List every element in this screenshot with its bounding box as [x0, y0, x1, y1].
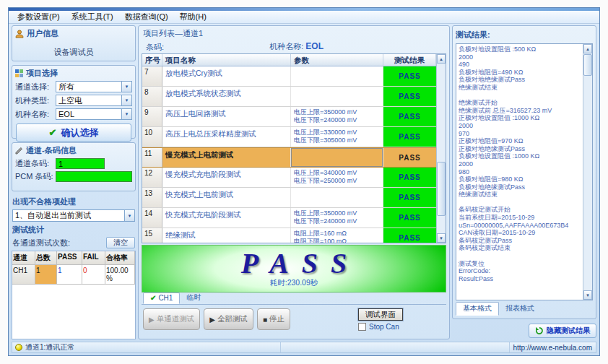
stats-header-cell: FAIL: [82, 251, 105, 265]
scroll-down-icon[interactable]: ▼: [437, 233, 446, 243]
log-scrollbar[interactable]: ▲ ▼: [583, 44, 592, 300]
menu-bar: 参数设置(P)系统工具(T)数据查询(Q)帮助(H): [9, 11, 599, 24]
chevron-down-icon[interactable]: ▼: [121, 82, 131, 92]
pcm-barcode-label: PCM 条码:: [15, 171, 56, 182]
stats-cell[interactable]: CH1: [12, 265, 35, 285]
model-type-dropdown[interactable]: 上空电 ▼: [56, 95, 132, 106]
stats-data-row: CH1110100.00 %: [12, 265, 135, 285]
menu-item[interactable]: 帮助(H): [174, 11, 212, 23]
stop-button[interactable]: ■ 停止: [257, 308, 290, 330]
stop-can-checkbox[interactable]: [358, 323, 366, 331]
stop-can-row: Stop Can: [358, 323, 399, 331]
stats-cell[interactable]: 1: [35, 265, 57, 285]
column-header[interactable]: 测试结果: [383, 54, 436, 66]
model-name-value: EOL: [58, 110, 74, 118]
chevron-down-icon[interactable]: ▼: [124, 210, 134, 221]
table-row[interactable]: 13快充模式上电前测试PASS: [142, 188, 436, 208]
column-header[interactable]: 项目名称: [162, 54, 291, 66]
debug-ui-button[interactable]: 调试界面: [358, 308, 403, 321]
hide-test-result-button[interactable]: 隐藏测试结果: [529, 324, 596, 338]
scroll-up-icon[interactable]: ▲: [583, 44, 592, 53]
main-panel: 项目列表—通道1 条码: 机种名称: EOL 序号项目名称参数测试结果 7放电模…: [138, 25, 450, 339]
table-row[interactable]: 10高压上电总压采样精度测试电压上限=330000 mV电压下限=305000 …: [142, 127, 436, 147]
item-name-cell: 高压上电回路测试: [162, 107, 291, 126]
stats-cell[interactable]: 100.00 %: [105, 265, 135, 285]
chevron-down-icon[interactable]: ▼: [121, 95, 131, 105]
row-number-cell: 8: [142, 87, 162, 106]
channel-tab-bar: ✔CH1临时: [142, 292, 446, 305]
row-number-cell: 10: [142, 127, 162, 147]
stats-cell[interactable]: 0: [82, 265, 105, 285]
channel-tab-label: CH1: [158, 294, 173, 302]
format-tab[interactable]: 报表格式: [499, 302, 541, 316]
model-type-label: 机种类型:: [15, 95, 56, 106]
params-cell: 电阻上限=160 mΩ电阻下限=100 mΩ: [291, 228, 383, 243]
param-line: 电压下限=305000 mV: [294, 136, 383, 144]
refresh-icon: [535, 326, 544, 335]
pcm-barcode-input[interactable]: [56, 171, 132, 182]
clear-button[interactable]: 清空: [106, 237, 135, 248]
project-select-group: 项目选择 通道选择: 所有 ▼ 机种类型: 上空电 ▼: [12, 65, 136, 139]
table-row[interactable]: 12慢充模式充电阶段测试电压上限=340000 mV电压下限=250000 mV…: [142, 168, 436, 188]
channel-tab-临时[interactable]: 临时: [180, 292, 207, 304]
result-cell: PASS: [383, 208, 436, 228]
stats-cell[interactable]: 1: [57, 265, 82, 285]
single-channel-test-label: 单通道测试: [157, 314, 195, 324]
user-role-label: 设备调试员: [15, 41, 132, 62]
chevron-down-icon[interactable]: ▼: [121, 109, 131, 119]
project-select-header: 项目选择: [15, 68, 132, 79]
pass-banner: PASS 耗时:230.09秒: [142, 245, 446, 292]
single-channel-test-button[interactable]: ▶ 单通道测试: [143, 308, 200, 330]
channel-barcode-input[interactable]: 1: [56, 158, 105, 169]
result-cell: PASS: [383, 66, 436, 86]
table-row[interactable]: 9高压上电回路测试电压上限=350000 mV电压下限=240000 mVPAS…: [142, 107, 436, 127]
params-cell: 电压上限=350000 mV电压下限=240000 mV: [291, 107, 383, 126]
result-badge: PASS: [399, 194, 421, 202]
pcm-barcode-row: PCM 条码:: [15, 171, 132, 182]
table-row[interactable]: 15绝缘测试电阻上限=160 mΩ电阻下限=100 mΩPASS: [142, 228, 436, 243]
param-line: 电压下限=240000 mV: [294, 217, 383, 225]
menu-item[interactable]: 数据查询(Q): [119, 11, 174, 23]
table-scroll-track[interactable]: [437, 64, 446, 233]
user-info-group: 用户信息 设备调试员: [12, 25, 136, 61]
model-name-dropdown[interactable]: EOL ▼: [56, 108, 132, 120]
stop-icon: ■: [263, 316, 267, 324]
menu-item[interactable]: 系统工具(T): [66, 11, 119, 23]
test-result-log[interactable]: 负极对地设置阻值 :500 KΩ 2000 490 负极对地阻值=490 KΩ …: [456, 44, 583, 300]
confirm-selection-button[interactable]: ✔ 确认选择: [16, 124, 131, 142]
model-name-display: 机种名称: EOL: [269, 41, 323, 52]
pencil-icon: [15, 147, 23, 155]
elapsed-time-label: 耗时:230.09秒: [270, 278, 318, 288]
model-type-value: 上空电: [58, 95, 82, 106]
param-line: 电压上限=350000 mV: [294, 209, 383, 217]
barcode-label: 条码:: [146, 42, 164, 53]
scroll-up-icon[interactable]: ▲: [437, 54, 446, 64]
menu-item[interactable]: 参数设置(P): [12, 11, 66, 23]
table-row[interactable]: 8放电模式系统状态测试PASS: [142, 87, 436, 107]
param-line: 电压下限=240000 mV: [294, 116, 383, 124]
result-cell: PASS: [383, 87, 436, 106]
table-scroll-thumb[interactable]: [437, 162, 446, 216]
column-header[interactable]: 序号: [142, 54, 162, 66]
table-row[interactable]: 11慢充模式上电前测试PASS: [142, 147, 436, 168]
scroll-down-icon[interactable]: ▼: [583, 290, 592, 300]
row-number-cell: 15: [142, 228, 162, 243]
fail-handle-dropdown[interactable]: 1、自动退出当前测试 ▼: [12, 209, 135, 222]
item-name-cell: 快充模式上电前测试: [162, 188, 291, 207]
row-number-cell: 9: [142, 107, 162, 126]
table-row[interactable]: 14快充模式充电阶段测试电压上限=350000 mV电压下限=240000 mV…: [142, 208, 436, 228]
row-number-cell: 14: [142, 208, 162, 228]
table-scrollbar[interactable]: ▲ ▼: [436, 54, 446, 243]
log-scroll-track[interactable]: [583, 53, 592, 290]
table-row[interactable]: 7放电模式Cry测试PASS: [142, 66, 436, 87]
channel-tab-ch1[interactable]: ✔CH1: [143, 292, 180, 304]
channel-select-dropdown[interactable]: 所有 ▼: [56, 81, 132, 92]
all-test-button[interactable]: ▶ 全部测试: [204, 308, 253, 330]
status-ball-icon: [15, 344, 22, 351]
format-tab[interactable]: 基本格式: [456, 302, 499, 316]
column-header[interactable]: 参数: [291, 54, 383, 66]
log-scroll-thumb[interactable]: [583, 54, 592, 76]
barcode-group: 通道-条码信息 通道条码: 1 PCM 条码:: [12, 142, 136, 191]
test-item-table: 序号项目名称参数测试结果 7放电模式Cry测试PASS8放电模式系统状态测试PA…: [142, 53, 446, 243]
stats-header-cell: 合格率: [105, 251, 135, 265]
